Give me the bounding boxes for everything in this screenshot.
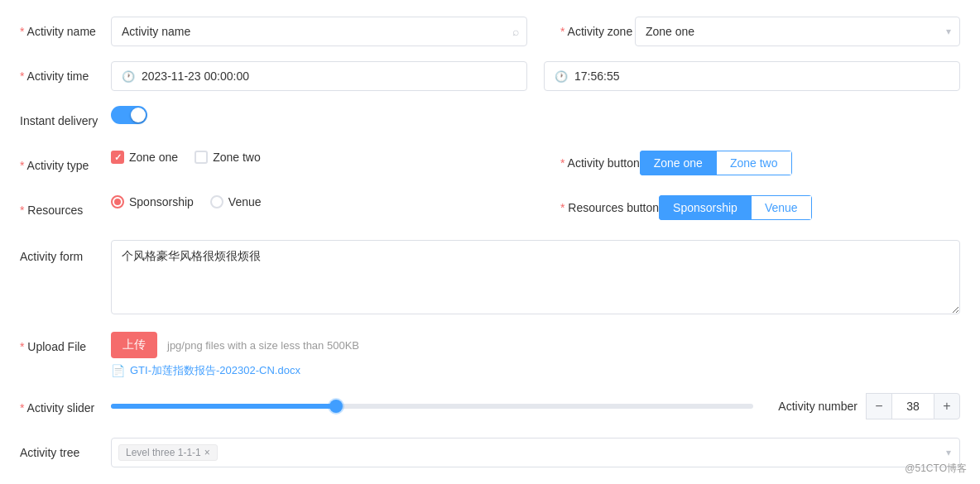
res-btn-sponsorship[interactable]: Sponsorship — [659, 195, 752, 220]
activity-type-label: Activity type — [20, 151, 111, 180]
slider-fill — [111, 404, 336, 409]
resources-option2[interactable]: Venue — [210, 195, 262, 208]
resources-content: Sponsorship Venue — [111, 195, 527, 208]
upload-file-label: Upload File — [20, 332, 111, 362]
activity-zone-select[interactable]: Zone one ▾ — [635, 17, 960, 46]
resources-label: Resources — [20, 195, 111, 225]
instant-delivery-content — [111, 106, 960, 124]
slider-track — [111, 404, 753, 409]
instant-delivery-label: Instant delivery — [20, 106, 111, 136]
upload-area: 上传 jpg/png files with a size less than 5… — [111, 332, 359, 378]
res-btn-venue[interactable]: Venue — [752, 195, 812, 220]
radio-venue[interactable] — [210, 195, 223, 208]
activity-form-label: Activity form — [20, 240, 111, 271]
chevron-down-icon: ▾ — [946, 447, 951, 458]
upload-hint: jpg/png files with a size less than 500K… — [167, 339, 359, 352]
slider-thumb[interactable] — [329, 400, 343, 413]
activity-time-value: 17:56:55 — [574, 69, 620, 83]
upload-controls: 上传 jpg/png files with a size less than 5… — [111, 332, 359, 358]
resources-row: Resources Sponsorship Venue Resources bu… — [20, 195, 960, 225]
activity-form-row: Activity form 个风格豪华风格很烦很烦很 — [20, 240, 960, 317]
number-increase-button[interactable]: + — [934, 393, 960, 419]
file-icon: 📄 — [111, 364, 125, 377]
activity-button-group: Zone one Zone two — [640, 151, 792, 175]
tree-tag-close-icon[interactable]: × — [204, 447, 210, 458]
activity-button-content: Zone one Zone two — [640, 151, 960, 175]
resources-option1[interactable]: Sponsorship — [111, 195, 194, 208]
activity-time-right: 🕐 17:56:55 — [544, 61, 960, 91]
activity-type-row: Activity type Zone one Zone two Activity… — [20, 151, 960, 180]
activity-tree-label: Activity tree — [20, 438, 111, 467]
activity-tree-row: Activity tree Level three 1-1-1 × ▾ — [20, 438, 960, 467]
activity-form-content: 个风格豪华风格很烦很烦很 — [111, 240, 960, 317]
number-input-group: Activity number − 38 + — [778, 393, 960, 419]
resources-radio-group: Sponsorship Venue — [111, 195, 262, 208]
checkbox-zone-one-label: Zone one — [129, 151, 178, 164]
upload-file-content: 上传 jpg/png files with a size less than 5… — [111, 332, 960, 378]
chevron-down-icon: ▾ — [946, 26, 951, 37]
activity-zone-content: Zone one ▾ — [635, 17, 960, 46]
clock-icon: 🕐 — [555, 70, 568, 83]
slider-container — [111, 404, 753, 409]
activity-time-label: Activity time — [20, 61, 111, 91]
activity-button-section: Activity button Zone one Zone two — [544, 151, 960, 175]
instant-delivery-row: Instant delivery — [20, 106, 960, 136]
activity-slider-content: Activity number − 38 + — [111, 393, 960, 419]
activity-number-value: 38 — [892, 393, 934, 419]
form-container: Activity name ⌕ Activity zone Zone one ▾… — [0, 0, 980, 484]
radio-sponsorship-label: Sponsorship — [129, 195, 194, 208]
radio-sponsorship[interactable] — [111, 195, 124, 208]
activity-date-value: 2023-11-23 00:00:00 — [142, 69, 249, 83]
activity-name-row: Activity name ⌕ Activity zone Zone one ▾ — [20, 17, 960, 46]
activity-date-input[interactable]: 🕐 2023-11-23 00:00:00 — [111, 61, 527, 91]
activity-time-content: 🕐 2023-11-23 00:00:00 — [111, 61, 527, 91]
activity-name-content: ⌕ — [111, 17, 527, 46]
activity-slider-row: Activity slider Activity number − 38 + — [20, 393, 960, 423]
activity-button-option1[interactable]: Zone one — [640, 151, 716, 175]
activity-name-label: Activity name — [20, 17, 111, 46]
activity-zone-label: Activity zone — [544, 25, 635, 38]
resources-button-section: Resources button Sponsorship Venue — [544, 195, 960, 220]
activity-button-label: Activity button — [544, 156, 640, 170]
resources-button-group: Sponsorship Venue — [659, 195, 812, 220]
calendar-icon: 🕐 — [122, 70, 135, 83]
activity-zone-value: Zone one — [646, 25, 694, 38]
activity-type-option1[interactable]: Zone one — [111, 151, 178, 164]
checkbox-zone-one[interactable] — [111, 151, 124, 164]
activity-number-label: Activity number — [778, 400, 858, 413]
activity-zone-section: Activity zone Zone one ▾ — [544, 17, 960, 46]
activity-time-row: Activity time 🕐 2023-11-23 00:00:00 🕐 17… — [20, 61, 960, 91]
activity-name-input[interactable] — [111, 17, 527, 46]
activity-time-input[interactable]: 🕐 17:56:55 — [544, 61, 960, 91]
activity-slider-label: Activity slider — [20, 393, 111, 423]
checkbox-zone-two-label: Zone two — [213, 151, 261, 164]
number-decrease-button[interactable]: − — [866, 393, 892, 419]
activity-tree-content: Level three 1-1-1 × ▾ — [111, 438, 960, 467]
search-icon: ⌕ — [512, 25, 519, 38]
activity-type-option2[interactable]: Zone two — [195, 151, 261, 164]
instant-delivery-toggle[interactable] — [111, 106, 147, 124]
tree-tag-label: Level three 1-1-1 — [126, 447, 201, 458]
resources-button-label: Resources button — [544, 201, 659, 214]
resources-button-content: Sponsorship Venue — [659, 195, 960, 220]
radio-venue-label: Venue — [228, 195, 262, 208]
activity-name-input-wrapper: ⌕ — [111, 17, 527, 46]
uploaded-file-item: 📄 GTI-加莲指数报告-202302-CN.docx — [111, 363, 359, 378]
tree-tag: Level three 1-1-1 × — [118, 444, 218, 461]
activity-type-content: Zone one Zone two — [111, 151, 527, 164]
activity-form-textarea[interactable]: 个风格豪华风格很烦很烦很 — [111, 240, 960, 314]
activity-type-checkbox-group: Zone one Zone two — [111, 151, 261, 164]
activity-tree-select[interactable]: Level three 1-1-1 × ▾ — [111, 438, 960, 467]
checkbox-zone-two[interactable] — [195, 151, 208, 164]
uploaded-file-name: GTI-加莲指数报告-202302-CN.docx — [130, 363, 300, 378]
watermark: @51CTO博客 — [905, 462, 967, 476]
activity-button-option2[interactable]: Zone two — [716, 151, 792, 175]
upload-button[interactable]: 上传 — [111, 332, 157, 358]
upload-file-row: Upload File 上传 jpg/png files with a size… — [20, 332, 960, 378]
